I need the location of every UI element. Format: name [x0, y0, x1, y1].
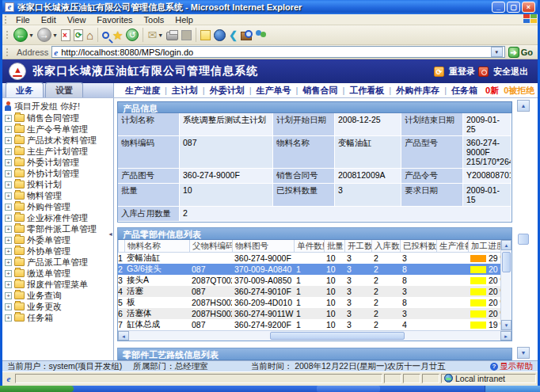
edit-button[interactable] [181, 30, 192, 40]
search-button[interactable] [102, 32, 109, 39]
parts-horizontal-scrollbar[interactable]: ◄ ► [118, 330, 511, 341]
tree-expand-icon[interactable]: + [5, 303, 12, 310]
table-row[interactable]: 5板2087HS002360-209-4D01011032820 % [118, 297, 500, 308]
sidebar-item-2[interactable]: +生产令号单管理 [2, 124, 113, 135]
nav-link-4[interactable]: 生产单号 [257, 85, 291, 97]
quick-link-button[interactable]: ❮ [229, 29, 238, 41]
splitter-collapse-icon[interactable]: ◄ [108, 231, 113, 237]
nav-link-2[interactable]: 主计划 [172, 85, 198, 97]
tree-expand-icon[interactable]: + [5, 226, 12, 233]
tree-expand-icon[interactable]: + [5, 248, 12, 255]
refresh-button[interactable]: ⟳ [74, 29, 83, 41]
sidebar-item-4[interactable]: +主生产计划管理 [2, 146, 113, 157]
tree-expand-icon[interactable]: + [5, 170, 12, 177]
tree-expand-icon[interactable]: + [5, 281, 12, 288]
discuss-button[interactable] [200, 30, 211, 40]
nav-link-1[interactable]: 生产进度 [125, 85, 160, 97]
sidebar-item-3[interactable]: +产品技术资料管理 [2, 135, 113, 146]
forward-button[interactable]: →▼ [37, 28, 58, 42]
mail-button[interactable]: ✉▼ [147, 29, 163, 40]
tree-expand-icon[interactable]: + [5, 237, 12, 244]
nav-link-3[interactable]: 外委计划 [210, 85, 245, 97]
tree-expand-icon[interactable]: + [5, 215, 12, 222]
stop-button[interactable]: × [61, 29, 70, 41]
page-vertical-scrollbar[interactable]: ▲ ▼ [517, 100, 530, 359]
table-row[interactable]: 2G3/6接头087370-009-A084011032820 % [118, 264, 500, 275]
scrollbar-thumb[interactable] [518, 234, 529, 245]
sidebar-item-11[interactable]: +零部件派工单管理 [2, 223, 113, 234]
sidebar-item-15[interactable]: +缴送单管理 [2, 268, 113, 279]
nav-link-8[interactable]: 任务箱 [451, 85, 477, 97]
sidebar-item-10[interactable]: +企业标准件管理 [2, 212, 113, 223]
table-row[interactable]: 6活塞体2087HS002360-274-9011W11032320 % [118, 308, 500, 319]
home-button[interactable]: ⌂ [86, 29, 93, 41]
scroll-down-icon[interactable]: ▼ [501, 320, 511, 330]
relogin-button[interactable]: ⟳ 重登录 [434, 66, 475, 78]
sidebar-item-8[interactable]: +物料管理 [2, 190, 113, 201]
sidebar-item-7[interactable]: +投料计划 [2, 179, 113, 190]
tree-expand-icon[interactable]: + [5, 314, 12, 322]
windows-taskbar[interactable] [0, 386, 540, 392]
taskbar-window-button[interactable] [317, 386, 380, 392]
sidebar-item-17[interactable]: +业务查询 [2, 290, 113, 301]
nav-link-7[interactable]: 外购件库存 [396, 85, 439, 97]
toolbar-grip[interactable] [6, 31, 10, 39]
tree-expand-icon[interactable]: + [5, 192, 12, 200]
sidebar-item-5[interactable]: +外委计划管理 [2, 157, 113, 168]
back-dropdown-icon[interactable]: ▼ [29, 32, 34, 38]
favorites-button[interactable]: ★ [112, 29, 123, 41]
tree-expand-icon[interactable]: + [5, 292, 12, 299]
scroll-down-icon[interactable]: ▼ [517, 347, 530, 359]
sidebar-item-13[interactable]: +外协单管理 [2, 245, 113, 257]
tab-settings[interactable]: 设置 [45, 82, 83, 97]
toolbar-grip[interactable] [6, 48, 10, 56]
scroll-up-icon[interactable]: ▲ [501, 240, 511, 250]
scroll-left-icon[interactable]: ◄ [118, 331, 129, 341]
start-button[interactable] [0, 386, 74, 392]
table-row[interactable]: 3接头A2087QT002370-009-A085011032820 % [118, 275, 500, 286]
logout-button[interactable]: 安全退出 [478, 66, 528, 78]
sidebar-item-12[interactable]: +外委单管理 [2, 234, 113, 245]
sidebar-item-14[interactable]: +产品派工单管理 [2, 257, 113, 268]
history-button[interactable]: ↺ [126, 29, 139, 41]
scrollbar-thumb[interactable] [502, 252, 511, 272]
table-row[interactable]: 1变幅油缸360-274-9000F1032329 % [118, 253, 500, 264]
address-input[interactable]: e http://localhost:8080/MPS/login.do ▼ [51, 46, 504, 58]
nav-link-5[interactable]: 销售合同 [302, 85, 337, 97]
nav-link-6[interactable]: 工作看板 [349, 85, 384, 97]
tree-expand-icon[interactable]: + [5, 270, 12, 277]
tree-expand-icon[interactable]: + [5, 204, 12, 211]
tree-expand-icon[interactable]: + [5, 181, 12, 188]
menu-file[interactable]: File [10, 15, 36, 25]
maximize-button[interactable]: ▢ [507, 2, 520, 13]
badge-rejected-tasks[interactable]: 0被拒绝 [504, 85, 534, 97]
window-titlebar[interactable]: e 张家口长城液压油缸有限公司管理信息系统 - Microsoft Intern… [2, 0, 538, 14]
menu-edit[interactable]: Edit [36, 15, 62, 25]
sidebar-item-16[interactable]: +报废件管理菜单 [2, 279, 113, 290]
scroll-right-icon[interactable]: ► [500, 331, 511, 341]
internet-button[interactable] [214, 29, 226, 41]
toolbar-grip[interactable] [5, 16, 8, 24]
scroll-up-icon[interactable]: ▲ [517, 100, 530, 112]
address-dropdown-icon[interactable]: ▼ [491, 47, 503, 57]
show-help-link[interactable]: ? 显示帮助 [490, 361, 533, 372]
table-row[interactable]: 4活塞087360-274-9010F11032320 % [118, 286, 500, 297]
menu-favorites[interactable]: Favorites [91, 15, 138, 25]
menu-view[interactable]: View [62, 15, 92, 25]
tree-expand-icon[interactable]: + [5, 259, 12, 266]
forward-dropdown-icon[interactable]: ▼ [52, 32, 58, 38]
minimize-button[interactable]: _ [492, 2, 505, 13]
back-button[interactable]: ←▼ [13, 28, 34, 42]
tree-expand-icon[interactable]: + [5, 148, 12, 155]
sidebar-item-18[interactable]: +业务更改 [2, 301, 113, 312]
research-button[interactable] [241, 29, 252, 40]
table-row[interactable]: 7缸体总成087360-274-9200F11032419 % [118, 319, 500, 330]
tree-expand-icon[interactable]: + [5, 137, 12, 144]
badge-new-tasks[interactable]: 0新 [485, 85, 499, 97]
sidebar-item-9[interactable]: +外购件管理 [2, 201, 113, 212]
close-button[interactable]: × [522, 2, 535, 13]
go-button[interactable]: ➔ Go [508, 47, 533, 58]
sidebar-item-19[interactable]: +任务箱 [2, 312, 113, 323]
print-button[interactable] [166, 29, 178, 40]
menu-help[interactable]: Help [169, 15, 199, 25]
